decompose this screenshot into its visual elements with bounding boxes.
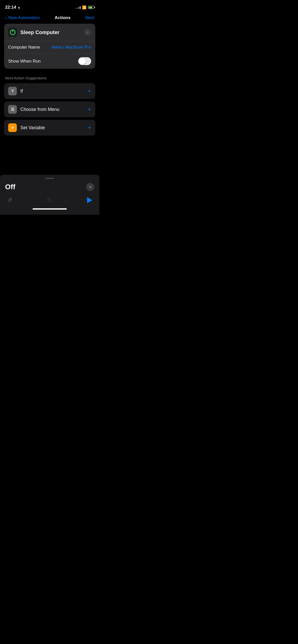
nav-bar: ‹ New Automation Actions Next bbox=[0, 13, 99, 24]
page-title: Actions bbox=[55, 15, 71, 20]
show-when-run-toggle[interactable] bbox=[78, 57, 91, 65]
next-button[interactable]: Next bbox=[85, 15, 94, 20]
show-when-run-label: Show When Run bbox=[8, 59, 41, 64]
status-time: 22:14 ▲ bbox=[5, 5, 20, 10]
sleep-computer-icon bbox=[8, 28, 17, 37]
action-header: Sleep Computer × bbox=[4, 24, 95, 41]
action-title: Sleep Computer bbox=[20, 30, 84, 35]
set-variable-label: Set Variable bbox=[20, 125, 88, 130]
back-button[interactable]: ‹ New Automation bbox=[5, 15, 40, 21]
choose-menu-label: Choose from Menu bbox=[20, 107, 88, 112]
bottom-close-button[interactable]: ✕ bbox=[86, 183, 94, 191]
show-when-run-row: Show When Run bbox=[4, 53, 95, 69]
add-set-variable-button[interactable]: + bbox=[88, 124, 91, 131]
suggestion-choose-from-menu[interactable]: ☰ Choose from Menu + bbox=[4, 101, 95, 117]
x-symbol: x bbox=[11, 125, 14, 130]
bottom-close-icon: ✕ bbox=[89, 185, 92, 189]
play-icon bbox=[87, 197, 92, 203]
time-display: 22:14 bbox=[5, 5, 16, 10]
computer-name-value[interactable]: Mark's MacBook Pro bbox=[51, 45, 91, 50]
add-if-button[interactable]: + bbox=[88, 88, 91, 94]
menu-symbol: ☰ bbox=[11, 107, 14, 111]
if-label: If bbox=[20, 89, 88, 94]
remove-action-button[interactable]: × bbox=[84, 29, 91, 36]
signal-icon bbox=[76, 6, 80, 9]
close-icon: × bbox=[87, 30, 89, 34]
action-card: Sleep Computer × Computer Name Mark's Ma… bbox=[4, 24, 95, 69]
redo-button[interactable]: ↻ bbox=[45, 196, 54, 205]
undo-icon: ↺ bbox=[7, 197, 12, 203]
home-indicator bbox=[33, 208, 67, 210]
computer-name-label: Computer Name bbox=[8, 45, 40, 50]
bottom-actions: ↺ ↻ bbox=[5, 195, 94, 205]
battery-icon: ⚡ bbox=[88, 6, 94, 9]
redo-icon: ↻ bbox=[47, 197, 51, 203]
bottom-handle bbox=[45, 178, 54, 179]
if-icon: Ү bbox=[8, 87, 17, 95]
bottom-title: Off bbox=[5, 183, 15, 191]
add-choose-menu-button[interactable]: + bbox=[88, 106, 91, 113]
if-symbol: Ү bbox=[11, 89, 14, 93]
location-arrow-icon: ▲ bbox=[17, 6, 20, 9]
suggestion-if[interactable]: Ү If + bbox=[4, 83, 95, 99]
bottom-panel: Off ✕ ↺ ↻ bbox=[0, 175, 99, 215]
suggestions-header: Next Action Suggestions bbox=[4, 76, 95, 80]
wifi-icon: 📶 bbox=[82, 5, 86, 9]
back-label: New Automation bbox=[8, 15, 40, 20]
choose-menu-icon: ☰ bbox=[8, 105, 17, 114]
status-icons: 📶 ⚡ bbox=[76, 5, 94, 9]
bottom-header: Off ✕ bbox=[5, 183, 94, 191]
suggestion-set-variable[interactable]: x Set Variable + bbox=[4, 120, 95, 136]
chevron-left-icon: ‹ bbox=[5, 15, 7, 21]
computer-name-row: Computer Name Mark's MacBook Pro bbox=[4, 41, 95, 53]
undo-button[interactable]: ↺ bbox=[5, 196, 14, 205]
status-bar: 22:14 ▲ 📶 ⚡ bbox=[0, 0, 99, 13]
power-icon bbox=[10, 30, 16, 35]
play-button[interactable] bbox=[84, 195, 94, 205]
main-content: Sleep Computer × Computer Name Mark's Ma… bbox=[0, 24, 99, 136]
toggle-thumb bbox=[79, 58, 86, 65]
set-variable-icon: x bbox=[8, 123, 17, 132]
